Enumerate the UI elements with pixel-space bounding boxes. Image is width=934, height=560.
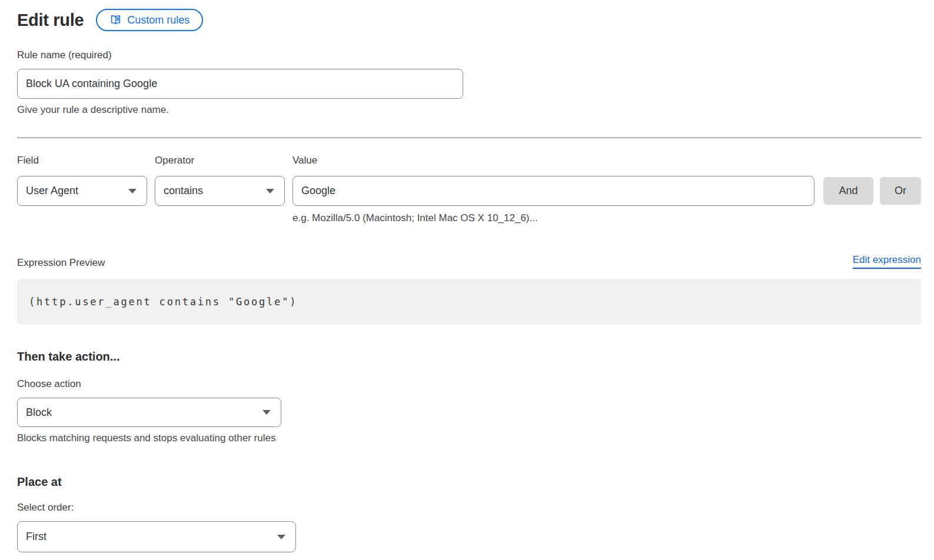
- place-at-heading: Place at: [17, 475, 921, 489]
- order-select-value: First: [26, 531, 46, 543]
- chevron-down-icon: [128, 189, 137, 194]
- field-select-value: User Agent: [26, 185, 78, 197]
- order-select[interactable]: First: [17, 521, 296, 552]
- operator-label: Operator: [155, 155, 285, 166]
- and-button[interactable]: And: [823, 177, 873, 205]
- operator-select-value: contains: [164, 185, 203, 197]
- page-title: Edit rule: [17, 11, 84, 30]
- field-label: Field: [17, 155, 147, 166]
- operator-select[interactable]: contains: [155, 176, 285, 206]
- select-order-label: Select order:: [17, 502, 921, 514]
- action-section: Then take action... Choose action Block …: [17, 350, 921, 444]
- chevron-down-icon: [277, 535, 285, 539]
- placement-section: Place at Select order: First: [17, 475, 921, 552]
- condition-row: Field User Agent Operator contains Value…: [17, 155, 921, 224]
- expression-preview-label: Expression Preview: [17, 257, 105, 269]
- expression-code: (http.user_agent contains "Google"): [29, 296, 297, 308]
- custom-rules-badge-label: Custom rules: [127, 14, 190, 26]
- value-label: Value: [293, 155, 815, 166]
- page-header: Edit rule Custom rules: [17, 9, 921, 31]
- action-helper: Blocks matching requests and stops evalu…: [17, 432, 921, 444]
- edit-rule-page: Edit rule Custom rules Rule name (requir…: [0, 0, 934, 560]
- rule-name-group: Rule name (required) Give your rule a de…: [17, 49, 921, 116]
- expression-preview-box: (http.user_agent contains "Google"): [17, 279, 921, 325]
- custom-rules-badge[interactable]: Custom rules: [96, 9, 203, 31]
- book-open-icon: [109, 14, 122, 26]
- section-divider: [17, 137, 921, 138]
- value-group: Value e.g. Mozilla/5.0 (Macintosh; Intel…: [293, 155, 815, 224]
- rule-name-helper: Give your rule a descriptive name.: [17, 104, 921, 116]
- or-button[interactable]: Or: [880, 177, 921, 205]
- operator-group: Operator contains: [155, 155, 285, 206]
- action-heading: Then take action...: [17, 350, 921, 364]
- value-input[interactable]: [293, 176, 815, 206]
- action-select-value: Block: [26, 406, 52, 419]
- chevron-down-icon: [266, 189, 274, 194]
- field-select[interactable]: User Agent: [17, 176, 147, 206]
- choose-action-label: Choose action: [17, 378, 921, 390]
- action-select[interactable]: Block: [17, 398, 281, 427]
- edit-expression-link[interactable]: Edit expression: [853, 254, 921, 269]
- rule-name-label: Rule name (required): [17, 49, 921, 61]
- field-group: Field User Agent: [17, 155, 147, 206]
- expression-header: Expression Preview Edit expression: [17, 254, 921, 269]
- rule-name-input[interactable]: [17, 69, 463, 99]
- value-helper: e.g. Mozilla/5.0 (Macintosh; Intel Mac O…: [293, 212, 815, 224]
- logic-buttons: And Or: [823, 177, 921, 205]
- chevron-down-icon: [262, 410, 271, 415]
